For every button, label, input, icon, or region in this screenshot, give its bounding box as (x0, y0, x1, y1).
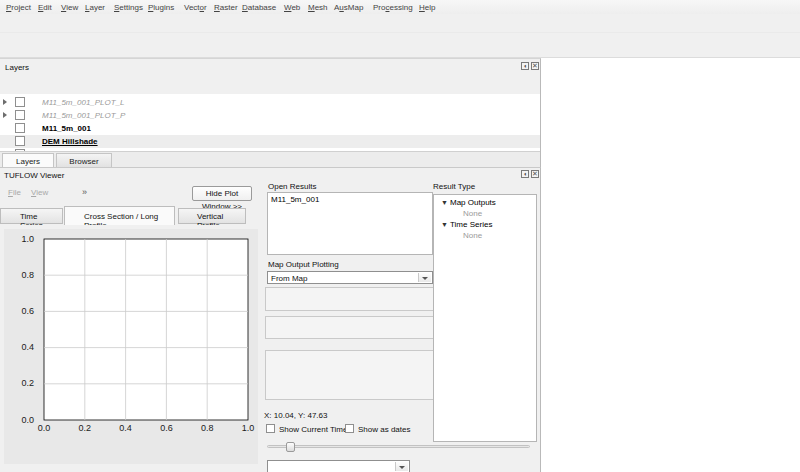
svg-text:0.2: 0.2 (21, 378, 34, 388)
svg-text:1.0: 1.0 (21, 234, 34, 244)
svg-text:0.8: 0.8 (201, 423, 214, 433)
svg-text:0.6: 0.6 (160, 423, 173, 433)
svg-text:0.2: 0.2 (79, 423, 92, 433)
svg-text:0.0: 0.0 (21, 415, 34, 425)
svg-text:0.8: 0.8 (21, 270, 34, 280)
svg-text:0.4: 0.4 (21, 342, 34, 352)
svg-text:0.0: 0.0 (38, 423, 51, 433)
svg-text:0.6: 0.6 (21, 306, 34, 316)
svg-text:0.4: 0.4 (119, 423, 132, 433)
svg-text:1.0: 1.0 (242, 423, 255, 433)
